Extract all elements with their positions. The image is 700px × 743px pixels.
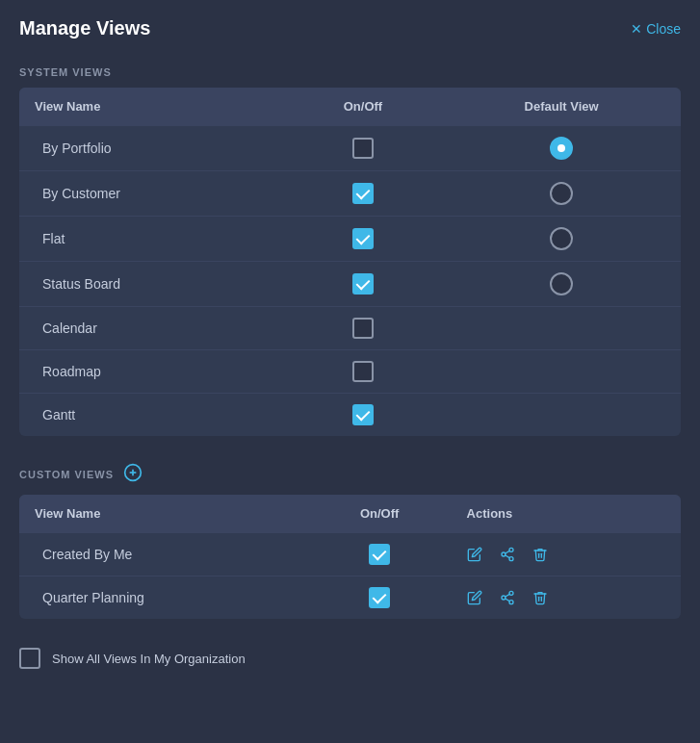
col-actions: Actions xyxy=(452,495,681,533)
share-view-button[interactable] xyxy=(500,547,515,562)
table-row: Status Board xyxy=(19,262,681,307)
system-view-toggle[interactable] xyxy=(352,228,374,249)
col-on-off-custom: On/Off xyxy=(308,495,452,533)
system-views-label: SYSTEM VIEWS xyxy=(19,66,681,78)
manage-views-panel: Manage Views ✕ Close SYSTEM VIEWS View N… xyxy=(0,0,700,743)
default-view-radio[interactable] xyxy=(550,182,573,205)
svg-line-11 xyxy=(505,599,509,602)
custom-view-name: Quarter Planning xyxy=(19,576,308,620)
default-view-radio[interactable] xyxy=(550,272,573,295)
add-custom-view-button[interactable] xyxy=(123,463,143,485)
system-view-name: By Portfolio xyxy=(19,126,284,171)
system-views-section: SYSTEM VIEWS View Name On/Off Default Vi… xyxy=(19,66,681,436)
custom-views-header: CUSTOM VIEWS xyxy=(19,463,681,485)
custom-views-table: View Name On/Off Actions Created By Me Q… xyxy=(19,495,681,619)
system-view-toggle[interactable] xyxy=(352,183,374,204)
system-view-name: By Customer xyxy=(19,171,284,217)
custom-views-label: CUSTOM VIEWS xyxy=(19,469,114,480)
system-view-name: Flat xyxy=(19,217,284,262)
custom-views-header-row: View Name On/Off Actions xyxy=(19,495,681,533)
custom-view-toggle[interactable] xyxy=(369,587,390,608)
custom-view-name: Created By Me xyxy=(19,533,308,576)
system-views-table: View Name On/Off Default View By Portfol… xyxy=(19,88,681,436)
table-row: By Portfolio xyxy=(19,126,681,171)
edit-view-button[interactable] xyxy=(467,590,482,605)
show-all-views-label: Show All Views In My Organization xyxy=(52,652,246,666)
system-view-toggle[interactable] xyxy=(352,318,374,339)
delete-view-button[interactable] xyxy=(532,590,548,605)
svg-line-6 xyxy=(505,555,509,558)
system-view-name: Status Board xyxy=(19,262,284,307)
table-row: Gantt xyxy=(19,394,681,437)
col-view-name-custom: View Name xyxy=(19,495,308,533)
plus-circle-icon xyxy=(123,463,143,485)
system-view-toggle[interactable] xyxy=(352,361,374,382)
share-view-button[interactable] xyxy=(500,590,515,605)
close-icon: ✕ xyxy=(631,21,642,37)
custom-views-section: CUSTOM VIEWS View Name On/Off Actions xyxy=(19,463,681,619)
col-view-name: View Name xyxy=(19,88,284,126)
system-view-toggle[interactable] xyxy=(352,273,374,295)
table-row: Calendar xyxy=(19,307,681,350)
svg-line-12 xyxy=(505,594,509,597)
system-view-name: Gantt xyxy=(19,394,284,437)
default-view-radio[interactable] xyxy=(550,137,573,160)
page-title: Manage Views xyxy=(19,17,150,39)
default-view-radio[interactable] xyxy=(550,227,573,250)
footer: Show All Views In My Organization xyxy=(19,638,681,679)
custom-view-toggle[interactable] xyxy=(369,544,390,565)
table-row: Created By Me xyxy=(19,533,681,576)
system-view-name: Calendar xyxy=(19,307,284,350)
system-view-toggle[interactable] xyxy=(352,138,374,159)
col-default-view: Default View xyxy=(442,88,681,126)
system-view-name: Roadmap xyxy=(19,350,284,394)
svg-line-7 xyxy=(505,551,509,553)
table-row: By Customer xyxy=(19,171,681,217)
table-row: Flat xyxy=(19,217,681,262)
col-on-off: On/Off xyxy=(284,88,443,126)
table-row: Quarter Planning xyxy=(19,576,681,620)
system-view-toggle[interactable] xyxy=(352,404,374,425)
close-button[interactable]: ✕ Close xyxy=(631,21,681,37)
show-all-views-checkbox[interactable] xyxy=(19,648,40,669)
delete-view-button[interactable] xyxy=(532,547,548,562)
table-row: Roadmap xyxy=(19,350,681,394)
edit-view-button[interactable] xyxy=(467,547,482,562)
panel-header: Manage Views ✕ Close xyxy=(19,17,681,39)
system-views-header-row: View Name On/Off Default View xyxy=(19,88,681,126)
